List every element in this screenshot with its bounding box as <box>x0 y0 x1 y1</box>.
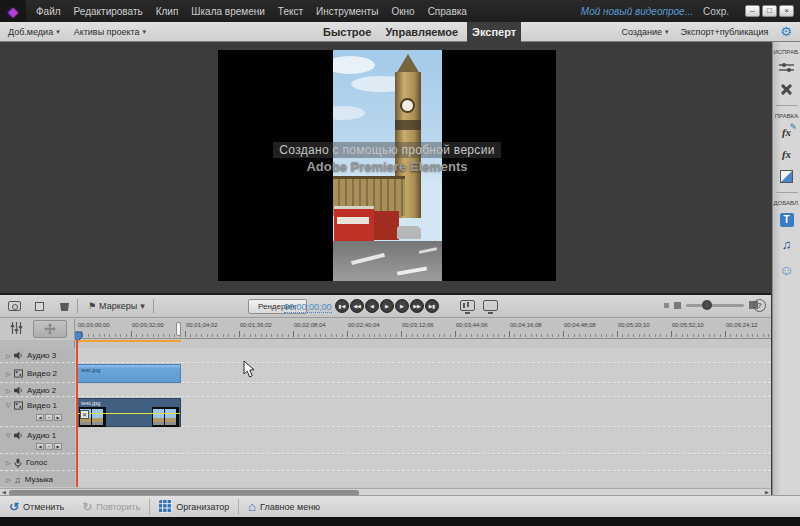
duplicate-icon[interactable] <box>35 302 44 311</box>
save-button[interactable]: Сохр. <box>703 6 729 17</box>
graphics-smiley-icon[interactable]: ☺ <box>779 262 793 278</box>
undo-icon: ↺ <box>9 500 19 514</box>
zoom-out-icon[interactable] <box>664 303 669 308</box>
add-media-button[interactable]: Доб.медиа▾ <box>8 27 60 37</box>
ruler-corner <box>0 319 75 339</box>
home-icon: ⌂ <box>248 499 256 514</box>
expand-triangle-icon[interactable]: ▷ <box>6 387 14 394</box>
add-keyframe-button[interactable]: • <box>45 414 53 421</box>
lane-voice[interactable] <box>76 455 771 471</box>
track-header-video2[interactable]: ▷ Видео 2 <box>0 364 75 383</box>
track-header-audio1[interactable]: ▽ Аудио 1 <box>0 428 75 454</box>
menu-timeline[interactable]: Шкала времени <box>191 6 264 17</box>
delete-icon[interactable] <box>60 301 69 311</box>
track-header-video1[interactable]: ▽ Видео 1 <box>0 398 75 427</box>
timeline-clip-video2[interactable]: test.jpg <box>77 364 181 383</box>
organizer-button[interactable]: Организатор <box>150 496 238 518</box>
expand-triangle-icon[interactable]: ▷ <box>6 352 14 359</box>
video-preview[interactable]: Создано с помощью пробной версии Adobe P… <box>218 50 556 281</box>
help-button[interactable]: ? <box>753 299 766 312</box>
transitions-icon[interactable] <box>780 170 793 183</box>
add-keyframe-button[interactable]: • <box>45 443 53 450</box>
effects-icon[interactable]: fx <box>782 148 791 160</box>
taskbar-strip <box>0 517 800 526</box>
zoom-slider[interactable] <box>686 304 744 307</box>
ruler-tick: 00;05;52;10 <box>672 322 704 328</box>
app-logo-icon: ◆ <box>0 0 26 22</box>
menu-tools[interactable]: Инструменты <box>316 6 378 17</box>
rewind-button[interactable]: ◀◀ <box>350 299 364 313</box>
markers-button[interactable]: ⚑ Маркеры ▾ <box>88 301 145 311</box>
fast-forward-button[interactable]: ▶▶ <box>410 299 424 313</box>
prev-keyframe-button[interactable]: ◀ <box>36 414 44 421</box>
close-button[interactable]: × <box>779 5 794 17</box>
premiere-elements-window: ◆ Файл Редактировать Клип Шкала времени … <box>0 0 800 526</box>
lane-audio3[interactable] <box>76 348 771 363</box>
redo-icon: ↻ <box>82 500 92 514</box>
prev-keyframe-button[interactable]: ◀ <box>36 443 44 450</box>
create-button[interactable]: Создание▾ <box>621 27 668 37</box>
ruler-tick: 00;04;48;08 <box>564 322 596 328</box>
audio-mixer-icon[interactable] <box>10 320 23 338</box>
zoom-slider-thumb[interactable] <box>702 300 712 310</box>
music-icon[interactable]: ♫ <box>782 237 792 252</box>
menu-clip[interactable]: Клип <box>156 6 179 17</box>
timeline-ruler[interactable]: 00;00;00;00 00;00;32;00 00;01;04;02 00;0… <box>0 319 771 339</box>
sidebar-label-add: ДОБАВЛ. <box>773 200 799 206</box>
organizer-grid-icon <box>159 500 172 513</box>
next-keyframe-button[interactable]: ▶ <box>54 443 62 450</box>
chevron-down-icon: ▾ <box>143 28 147 36</box>
track-header-audio2[interactable]: ▷ Аудио 2 <box>0 384 75 397</box>
timeline-clip-video1[interactable]: test.jpg ✕ <box>77 398 181 427</box>
frame-back-button[interactable]: ◀ <box>365 299 379 313</box>
maximize-button[interactable]: □ <box>762 5 777 17</box>
track-header-music[interactable]: ▷ ♫ Музыка <box>0 472 75 487</box>
expand-triangle-icon[interactable]: ▷ <box>6 476 14 483</box>
selection-tool-button[interactable] <box>33 320 67 338</box>
export-publish-button[interactable]: Экспорт+публикация <box>681 27 769 37</box>
zoom-out-step-icon[interactable] <box>674 302 681 309</box>
menu-file[interactable]: Файл <box>36 6 61 17</box>
project-assets-button[interactable]: Активы проекта▾ <box>74 27 146 37</box>
tab-guided[interactable]: Управляемое <box>380 23 463 41</box>
titles-icon[interactable]: T <box>780 213 794 227</box>
playhead-line[interactable] <box>76 340 78 487</box>
work-area-end-handle[interactable] <box>176 322 181 336</box>
tools-icon[interactable] <box>780 83 793 96</box>
expand-triangle-icon[interactable]: ▷ <box>6 459 14 466</box>
menu-text[interactable]: Текст <box>278 6 303 17</box>
tab-expert[interactable]: Эксперт <box>467 22 521 42</box>
chevron-down-icon: ▾ <box>140 301 145 311</box>
collapse-triangle-icon[interactable]: ▽ <box>6 401 14 408</box>
expand-triangle-icon[interactable]: ▷ <box>6 370 14 377</box>
main-menu-button[interactable]: ⌂ Главное меню <box>239 496 329 518</box>
go-to-end-button[interactable]: ▶▮ <box>425 299 439 313</box>
go-to-start-button[interactable]: ▮◀ <box>335 299 349 313</box>
menu-edit[interactable]: Редактировать <box>74 6 143 17</box>
adjust-sliders-icon[interactable] <box>779 62 794 73</box>
minimize-button[interactable]: – <box>745 5 760 17</box>
next-keyframe-button[interactable]: ▶ <box>54 414 62 421</box>
opacity-rubberband[interactable] <box>78 413 180 414</box>
mode-toolbar: Доб.медиа▾ Активы проекта▾ Быстрое Управ… <box>0 22 800 42</box>
undo-button[interactable]: ↺ Отменить <box>0 496 73 518</box>
applied-effects-icon[interactable]: fx✎ <box>782 126 791 138</box>
fullscreen-monitor-icon[interactable] <box>483 300 498 311</box>
audio-mix-monitor-icon[interactable] <box>460 300 475 311</box>
lane-music[interactable] <box>76 472 771 487</box>
lane-audio1[interactable] <box>76 428 771 454</box>
collapse-triangle-icon[interactable]: ▽ <box>6 431 14 438</box>
frame-forward-button[interactable]: ▶ <box>395 299 409 313</box>
tab-quick[interactable]: Быстрое <box>318 23 376 41</box>
track-header-audio3[interactable]: ▷ Аудио 3 <box>0 348 75 363</box>
gear-icon[interactable]: ⚙ <box>780 24 792 39</box>
track-header-voice[interactable]: ▷ Голос <box>0 455 75 471</box>
menu-help[interactable]: Справка <box>428 6 467 17</box>
lane-audio2[interactable] <box>76 384 771 397</box>
current-timecode[interactable]: 00;00;00;00 <box>284 302 332 313</box>
menu-window[interactable]: Окно <box>391 6 414 17</box>
grab-frame-icon[interactable] <box>8 301 21 311</box>
play-button[interactable]: ▶ <box>380 299 394 313</box>
redo-button[interactable]: ↻ Повторить <box>73 496 149 518</box>
keyframe-controls-audio1: ◀ • ▶ <box>36 443 62 450</box>
